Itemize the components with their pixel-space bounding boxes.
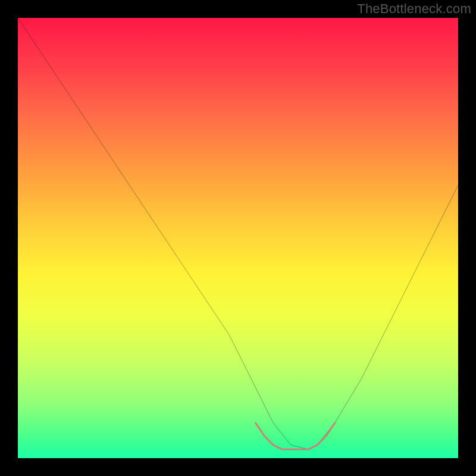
plot-area xyxy=(18,18,458,458)
chart-frame: TheBottleneck.com xyxy=(0,0,476,476)
bottleneck-curve xyxy=(18,18,458,449)
watermark-text: TheBottleneck.com xyxy=(357,1,471,17)
chart-svg xyxy=(18,18,458,458)
optimal-band xyxy=(256,423,335,449)
